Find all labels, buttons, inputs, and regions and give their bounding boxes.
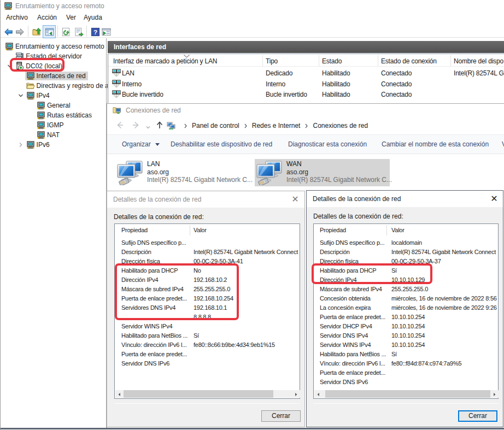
- detail-row[interactable]: DescripciónIntel(R) 82574L Gigabit Netwo…: [115, 248, 300, 257]
- menu-ver[interactable]: Ver: [66, 14, 76, 21]
- scrollbar-thumb[interactable]: [325, 390, 490, 398]
- detail-row[interactable]: Servidor DNS IPv6: [314, 378, 498, 387]
- dialog-titlebar[interactable]: Detalles de la conexión de red ✕: [307, 191, 503, 207]
- detail-row[interactable]: Sufijo DNS específico p...: [115, 238, 300, 248]
- export-list-icon[interactable]: [74, 27, 84, 37]
- forward-nav-icon[interactable]: [132, 121, 140, 129]
- detail-row[interactable]: Habilitado para NetBios ...Sí: [314, 350, 498, 359]
- detail-row[interactable]: Habilitado para DHCPSí: [314, 266, 498, 275]
- column-header-2[interactable]: Tipo: [266, 57, 278, 65]
- scrollbar-thumb[interactable]: [124, 390, 273, 398]
- breadcrumb-item-2[interactable]: Redes e Internet: [252, 122, 301, 129]
- connection-tile-lan[interactable]: LANaso.orgIntel(R) 82574L Gigabit Networ…: [115, 159, 250, 186]
- scroll-right-arrow-icon[interactable]: [292, 390, 300, 398]
- new-window-icon[interactable]: [101, 27, 112, 37]
- detail-row[interactable]: Máscara de subred IPv4255.255.255.0: [314, 285, 498, 294]
- column-header-1[interactable]: Interfaz de marcado a petición y LAN: [113, 57, 217, 65]
- column-header-5[interactable]: Nombre del dispo: [454, 57, 503, 65]
- column-header-value[interactable]: Valor: [391, 227, 405, 233]
- column-header-4[interactable]: Estado de conexión: [381, 57, 437, 65]
- dialog-titlebar[interactable]: Detalles de la conexión de red ✕: [107, 191, 304, 208]
- detail-row[interactable]: La concesión expiramiércoles, 16 de novi…: [314, 303, 498, 313]
- help-icon[interactable]: [91, 27, 100, 37]
- column-header-value[interactable]: Valor: [194, 227, 207, 233]
- command-4[interactable]: Cambiar el nombre de esta conexión: [382, 140, 489, 148]
- back-nav-icon[interactable]: [115, 121, 124, 129]
- close-icon[interactable]: ✕: [488, 192, 501, 205]
- detail-row[interactable]: Máscara de subred IPv4255.255.255.0: [115, 285, 300, 294]
- detail-row[interactable]: Dirección IPv4192.168.10.2: [115, 275, 300, 285]
- tree-item-estado-del-servidor[interactable]: Estado del servidor: [1, 51, 106, 61]
- menu-ayuda[interactable]: Ayuda: [84, 14, 102, 21]
- detail-row[interactable]: Vínculo: dirección IPv6 l...fe80::f84d:8…: [314, 359, 498, 368]
- interface-row[interactable]: Bucle invertidoBucle invertidoHabilitado…: [108, 89, 504, 100]
- detail-row[interactable]: Servidor DNS IPv410.10.10.254: [314, 331, 498, 340]
- interface-row[interactable]: LANDedicadoHabilitadoConectadoIntel(R) 8…: [108, 68, 504, 79]
- detail-row[interactable]: 8.8.8.8: [115, 313, 300, 322]
- mmc-titlebar[interactable]: Enrutamiento y acceso remoto: [1, 0, 504, 12]
- detail-row[interactable]: Concesión obtenidamiércoles, 16 de novie…: [314, 294, 498, 303]
- recent-pages-chevron-icon[interactable]: [145, 123, 151, 132]
- connection-tile-wan[interactable]: WANaso.orgIntel(R) 82574L Gigabit Networ…: [255, 159, 390, 186]
- scroll-left-arrow-icon[interactable]: [314, 390, 322, 398]
- scroll-left-arrow-icon[interactable]: [115, 390, 123, 398]
- command-1[interactable]: Organizar: [122, 140, 160, 148]
- detail-row[interactable]: Habilitado para DHCPNo: [115, 266, 300, 275]
- chevron-down-icon[interactable]: [18, 93, 24, 98]
- tree-item-igmp[interactable]: IGMP: [1, 120, 106, 130]
- forward-icon[interactable]: [15, 27, 25, 37]
- command-3[interactable]: Diagnosticar esta conexión: [288, 140, 367, 148]
- detail-row[interactable]: Dirección física00-0C-29-50-3A-41: [115, 257, 300, 266]
- command-2[interactable]: Deshabilitar este dispositivo de red: [171, 140, 272, 148]
- tree-item-interfaces-de-red[interactable]: Interfaces de red: [1, 71, 106, 81]
- menu-acci-n[interactable]: Acción: [37, 14, 57, 21]
- detail-row[interactable]: Servidor DHCP IPv410.10.10.254: [314, 322, 498, 331]
- menu-archivo[interactable]: Archivo: [6, 14, 28, 21]
- detail-row[interactable]: Servidor WINS IPv4: [115, 322, 300, 331]
- detail-value: Sí: [391, 266, 498, 275]
- back-icon[interactable]: [4, 27, 13, 37]
- horizontal-scrollbar[interactable]: [115, 390, 300, 398]
- detail-row[interactable]: Servidor DNS IPv6: [115, 359, 300, 368]
- tree-item-general[interactable]: General: [1, 101, 106, 110]
- detail-row[interactable]: Servidores DNS IPv4192.168.10.1: [115, 303, 300, 313]
- tree-item-ipv4[interactable]: IPv4: [1, 91, 106, 101]
- detail-row[interactable]: Dirección física00-0C-29-50-3A-37: [314, 257, 498, 266]
- address-bar[interactable]: Panel de controlRedes e InternetConexion…: [167, 121, 368, 130]
- detail-row[interactable]: DescripciónIntel(R) 82574L Gigabit Netwo…: [314, 248, 498, 257]
- column-header-property[interactable]: Propiedad: [121, 227, 148, 233]
- tree-item-rutas-est-ticas[interactable]: Rutas estáticas: [1, 110, 106, 120]
- detail-row[interactable]: Puerta de enlace predet...192.168.10.254: [115, 294, 300, 303]
- detail-row[interactable]: Puerta de enlace predet...10.10.10.254: [314, 313, 498, 322]
- command-5[interactable]: V: [502, 140, 504, 148]
- tree-item-nat[interactable]: NAT: [1, 130, 106, 140]
- breadcrumb-item-3[interactable]: Conexiones de red: [313, 122, 368, 129]
- refresh-icon[interactable]: [61, 27, 71, 37]
- tree-item-enrutamiento-y-acceso-remoto[interactable]: Enrutamiento y acceso remoto: [1, 42, 106, 51]
- interface-row[interactable]: InternoInternoHabilitadoConectado: [108, 79, 504, 90]
- scroll-right-arrow-icon[interactable]: [491, 390, 499, 398]
- up-folder-icon[interactable]: [32, 27, 42, 37]
- tree-item-directivas-y-registro-de-a[interactable]: Directivas y registro de a: [1, 81, 106, 91]
- detail-row[interactable]: Puerta de enlace predet...: [115, 350, 300, 359]
- column-header-3[interactable]: Estado: [322, 57, 342, 65]
- column-header-property[interactable]: Propiedad: [320, 227, 346, 233]
- detail-row[interactable]: Sufijo DNS específico p...localdomain: [314, 238, 498, 248]
- detail-row[interactable]: Servidor WINS IPv410.10.10.254: [314, 340, 498, 350]
- cerrar-button[interactable]: Cerrar: [458, 410, 497, 422]
- detail-row[interactable]: Habilitado para NetBios ...Sí: [115, 331, 300, 340]
- detail-row[interactable]: Dirección IPv410.10.10.129: [314, 275, 498, 285]
- detail-row[interactable]: Puerta de enlace predet...: [314, 368, 498, 378]
- show-console-tree-icon[interactable]: [45, 27, 54, 37]
- chevron-down-icon[interactable]: [7, 63, 13, 69]
- breadcrumb-item-1[interactable]: Panel de control: [192, 122, 239, 129]
- tree-item-dc02-local-[interactable]: DC02 (local): [1, 61, 106, 71]
- detail-row[interactable]: Vínculo: dirección IPv6 l...fe80::8c66:b…: [115, 340, 300, 350]
- close-icon[interactable]: ✕: [289, 193, 302, 206]
- up-icon[interactable]: [155, 121, 164, 129]
- cerrar-button[interactable]: Cerrar: [261, 410, 301, 422]
- chevron-right-icon[interactable]: [18, 142, 24, 148]
- tree-item-ipv6[interactable]: IPv6: [1, 140, 106, 150]
- connections-titlebar[interactable]: Conexiones de red: [107, 104, 504, 117]
- horizontal-scrollbar[interactable]: [314, 390, 499, 398]
